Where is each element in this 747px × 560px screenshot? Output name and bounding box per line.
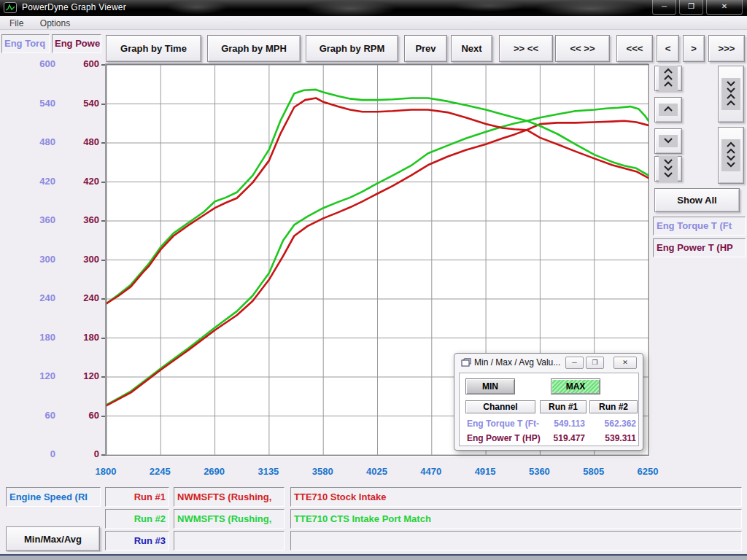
zoom-out-y-button[interactable]	[718, 127, 744, 184]
chevron-triple-up-icon	[659, 66, 678, 91]
window-title: PowerDyne Graph Viewer	[22, 2, 126, 12]
run2-label[interactable]: Run #2	[105, 509, 169, 529]
scroll-up-button[interactable]	[654, 97, 682, 122]
zoom-in-y-button[interactable]	[718, 66, 744, 122]
scroll-down-fast-button[interactable]	[654, 156, 682, 182]
torque-y-tick: 240	[10, 292, 55, 303]
minmax-window-body: MIN MAX Channel Run #1 Run #2 Eng Torque…	[459, 373, 639, 446]
powerdyne-app-icon	[4, 2, 17, 13]
rpm-x-tick: 4025	[354, 466, 400, 477]
max-button[interactable]: MAX	[551, 378, 600, 394]
scroll-up-fast-button[interactable]	[654, 66, 682, 91]
restore-button[interactable]: ❐	[679, 0, 703, 15]
torque-y-tick: 60	[10, 410, 55, 421]
graph-by-time-button[interactable]: Graph by Time	[106, 35, 201, 62]
torque-y-tick: 540	[10, 98, 55, 109]
zoom-out-x-button[interactable]: << >>	[555, 35, 610, 62]
run1-comment-field[interactable]: TTE710 Stock Intake	[290, 487, 742, 507]
power-y-tick: 60	[54, 410, 99, 421]
power-y-tick: 600	[54, 58, 99, 69]
power-y-tick: 0	[54, 448, 99, 459]
min-button[interactable]: MIN	[465, 378, 515, 394]
power-y-tick: 180	[54, 332, 99, 343]
run1-file-field[interactable]: NWMSFTS (Rushing,	[174, 487, 285, 507]
minmax-avg-button[interactable]: Min/Max/Avg	[6, 526, 100, 551]
column-header-run2[interactable]: Run #2	[589, 400, 638, 413]
powerdyne-app-window: { "window": { "title": "PowerDyne Graph …	[0, 0, 747, 560]
rpm-x-tick: 2690	[191, 466, 238, 477]
power-y-tick: 420	[54, 176, 99, 187]
aero-glass-reflection	[109, 0, 664, 16]
minmax-row-run1-value: 519.477	[538, 433, 585, 443]
rpm-x-tick: 4915	[462, 466, 508, 477]
run3-comment-field[interactable]	[290, 531, 742, 551]
minmax-window-titlebar[interactable]: Min / Max / Avg Valu... ─ ❐ ✕	[454, 354, 643, 372]
rpm-x-tick: 3135	[245, 466, 292, 477]
close-button[interactable]: ✕	[706, 0, 743, 15]
titlebar: PowerDyne Graph Viewer ─ ❐ ✕	[0, 0, 747, 16]
torque-y-tick: 600	[10, 58, 55, 69]
rpm-x-tick: 5805	[570, 466, 617, 477]
minmax-row-run1-value: 549.113	[538, 419, 585, 429]
run1-label[interactable]: Run #1	[105, 487, 169, 507]
chevron-triple-down-icon	[659, 156, 678, 182]
power-y-tick: 540	[54, 98, 99, 109]
power-channel-label[interactable]: Eng Power T (HP	[653, 238, 746, 257]
torque-y-tick: 300	[10, 254, 55, 265]
menu-options[interactable]: Options	[34, 17, 77, 30]
rpm-x-tick: 5360	[516, 466, 562, 477]
rpm-x-tick: 4470	[408, 466, 454, 477]
rpm-x-tick: 3580	[299, 466, 346, 477]
run3-label[interactable]: Run #3	[105, 531, 169, 551]
minmax-row-run2-value: 539.311	[589, 433, 636, 443]
rpm-x-tick: 2245	[136, 466, 183, 477]
run3-file-field[interactable]	[174, 531, 285, 551]
power-y-tick: 240	[54, 292, 99, 303]
minmax-minimize-button[interactable]: ─	[565, 357, 584, 369]
power-y-tick: 120	[54, 370, 99, 381]
menubar: File Options	[0, 16, 747, 30]
prev-button[interactable]: Prev	[404, 35, 447, 62]
power-y-tick: 300	[54, 254, 99, 265]
zoom-in-x-button[interactable]: >> <<	[499, 35, 553, 62]
chevron-up-icon	[659, 104, 678, 116]
torque-y-tick: 120	[10, 370, 55, 381]
torque-y-tick: 480	[10, 136, 55, 147]
next-button[interactable]: Next	[451, 35, 492, 62]
torque-y-tick: 360	[10, 214, 55, 225]
run2-file-field[interactable]: NWMSFTS (Rushing,	[174, 509, 285, 529]
rpm-x-tick: 6250	[624, 466, 671, 477]
minmax-close-button[interactable]: ✕	[614, 357, 637, 369]
x-channel-label[interactable]: Engine Speed (RI	[6, 487, 101, 507]
minmax-window-title: Min / Max / Avg Valu...	[474, 357, 560, 368]
torque-y-tick: 420	[10, 176, 55, 187]
run2-comment-field[interactable]: TTE710 CTS Intake Port Match	[290, 509, 742, 529]
power-y-tick: 360	[54, 214, 99, 225]
scroll-left-fast-button[interactable]: <<<	[616, 35, 653, 62]
graph-by-rpm-button[interactable]: Graph by RPM	[306, 35, 398, 62]
torque-y-tick: 180	[10, 332, 55, 343]
scroll-right-button[interactable]: >	[683, 35, 705, 62]
taskbar-edge	[0, 552, 747, 560]
chevrons-expand-icon	[721, 139, 740, 171]
menu-file[interactable]: File	[3, 17, 30, 30]
scroll-left-button[interactable]: <	[657, 35, 679, 62]
torque-y-tick: 0	[10, 448, 55, 459]
torque-channel-label[interactable]: Eng Torque T (Ft	[653, 217, 746, 236]
minmax-values-window[interactable]: Min / Max / Avg Valu... ─ ❐ ✕ MIN MAX Ch…	[454, 353, 643, 451]
show-all-button[interactable]: Show All	[654, 188, 740, 212]
document-icon	[461, 358, 471, 368]
minmax-row-run2-value: 562.362	[589, 419, 636, 429]
scroll-down-button[interactable]	[654, 128, 682, 154]
power-y-tick: 480	[54, 136, 99, 147]
minmax-row-channel: Eng Torque T (Ft-	[467, 419, 539, 429]
column-header-run1[interactable]: Run #1	[540, 400, 587, 413]
scroll-right-fast-button[interactable]: >>>	[708, 35, 745, 62]
torque-axis-header[interactable]: Eng Torq	[1, 34, 50, 53]
minimize-button[interactable]: ─	[652, 0, 676, 15]
minmax-restore-button[interactable]: ❐	[586, 357, 604, 369]
graph-by-mph-button[interactable]: Graph by MPH	[207, 35, 301, 62]
column-header-channel[interactable]: Channel	[465, 400, 535, 413]
rpm-x-tick: 1800	[82, 466, 129, 477]
power-axis-header[interactable]: Eng Powe	[52, 34, 101, 53]
